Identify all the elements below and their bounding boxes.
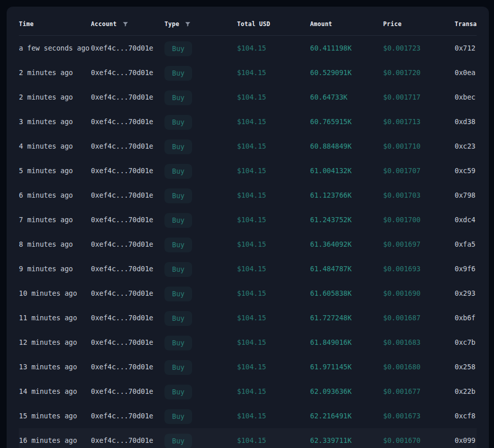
transaction-link[interactable]: 0x9f6 [455,256,477,281]
price-cell: $0.001723 [383,36,455,60]
total-usd-cell: $104.15 [237,109,310,134]
column-header-label: Transaction [455,20,477,28]
account-link[interactable]: 0xef4c...70d01e [91,281,164,305]
price-cell: $0.001710 [383,134,455,158]
account-link[interactable]: 0xef4c...70d01e [91,404,164,428]
transaction-link[interactable]: 0xc59 [455,158,477,183]
total-usd-cell: $104.15 [237,330,310,355]
transaction-link[interactable]: 0xdc4 [455,207,477,232]
total-usd-cell: $104.15 [237,36,310,60]
transaction-link[interactable]: 0x293 [455,281,477,305]
account-link[interactable]: 0xef4c...70d01e [91,232,164,256]
total-usd-cell: $104.15 [237,379,310,404]
time-cell: 8 minutes ago [19,232,91,256]
transaction-link[interactable]: 0xb6f [455,305,477,330]
table-row: 7 minutes ago 0xef4c...70d01e Buy $104.1… [19,207,477,232]
account-link[interactable]: 0xef4c...70d01e [91,305,164,330]
price-cell: $0.001700 [383,207,455,232]
total-usd-cell: $104.15 [237,60,310,85]
trades-panel: Time Account Type Total USD Amount Price [7,7,489,448]
account-link[interactable]: 0xef4c...70d01e [91,60,164,85]
transaction-link[interactable]: 0xc23 [455,134,477,158]
amount-cell: 60.411198K [310,36,383,60]
account-link[interactable]: 0xef4c...70d01e [91,207,164,232]
price-cell: $0.001697 [383,232,455,256]
price-cell: $0.001703 [383,183,455,207]
column-header-label: Price [383,20,402,28]
account-link[interactable]: 0xef4c...70d01e [91,158,164,183]
account-link[interactable]: 0xef4c...70d01e [91,256,164,281]
amount-cell: 62.216491K [310,404,383,428]
total-usd-cell: $104.15 [237,207,310,232]
table-header-row: Time Account Type Total USD Amount Price [19,13,477,36]
account-link[interactable]: 0xef4c...70d01e [91,85,164,109]
transaction-link[interactable]: 0x798 [455,183,477,207]
transaction-link[interactable]: 0x099 [455,428,477,448]
transaction-link[interactable]: 0xbec [455,85,477,109]
time-cell: 14 minutes ago [19,379,91,404]
account-link[interactable]: 0xef4c...70d01e [91,355,164,379]
filter-icon[interactable] [184,21,191,28]
price-cell: $0.001687 [383,305,455,330]
time-cell: 16 minutes ago [19,428,91,448]
table-row: 2 minutes ago 0xef4c...70d01e Buy $104.1… [19,85,477,109]
column-header-label: Total USD [237,20,270,28]
total-usd-cell: $104.15 [237,183,310,207]
transaction-link[interactable]: 0x22b [455,379,477,404]
account-link[interactable]: 0xef4c...70d01e [91,36,164,60]
column-header-amount: Amount [310,20,383,28]
price-cell: $0.001683 [383,330,455,355]
amount-cell: 61.605838K [310,281,383,305]
trade-type-badge: Buy [164,262,192,277]
trade-type-badge: Buy [164,164,192,179]
transaction-link[interactable]: 0xd38 [455,109,477,134]
price-cell: $0.001707 [383,158,455,183]
trade-type-badge: Buy [164,336,192,350]
transaction-link[interactable]: 0xc7b [455,330,477,355]
account-link[interactable]: 0xef4c...70d01e [91,109,164,134]
account-link[interactable]: 0xef4c...70d01e [91,330,164,355]
amount-cell: 62.339711K [310,428,383,448]
table-row: 13 minutes ago 0xef4c...70d01e Buy $104.… [19,355,477,379]
trade-type-badge: Buy [164,311,192,326]
table-row: 12 minutes ago 0xef4c...70d01e Buy $104.… [19,330,477,355]
amount-cell: 62.093636K [310,379,383,404]
trade-type-badge: Buy [164,434,192,448]
table-row: 4 minutes ago 0xef4c...70d01e Buy $104.1… [19,134,477,158]
amount-cell: 61.484787K [310,256,383,281]
transaction-link[interactable]: 0xfa5 [455,232,477,256]
table-row: 9 minutes ago 0xef4c...70d01e Buy $104.1… [19,256,477,281]
trade-type-badge: Buy [164,66,192,81]
amount-cell: 61.849016K [310,330,383,355]
column-header-total_usd: Total USD [237,20,310,28]
amount-cell: 60.64733K [310,85,383,109]
column-header-account[interactable]: Account [91,20,164,28]
price-cell: $0.001713 [383,109,455,134]
trade-type-badge: Buy [164,41,192,56]
table-body: a few seconds ago 0xef4c...70d01e Buy $1… [19,36,477,448]
transaction-link[interactable]: 0x0ea [455,60,477,85]
table-row: 2 minutes ago 0xef4c...70d01e Buy $104.1… [19,60,477,85]
transaction-link[interactable]: 0x258 [455,355,477,379]
trade-type-badge: Buy [164,287,192,301]
column-header-type[interactable]: Type [164,20,237,28]
account-link[interactable]: 0xef4c...70d01e [91,428,164,448]
account-link[interactable]: 0xef4c...70d01e [91,379,164,404]
time-cell: 11 minutes ago [19,305,91,330]
filter-icon[interactable] [122,21,129,28]
account-link[interactable]: 0xef4c...70d01e [91,183,164,207]
column-header-time: Time [19,20,91,28]
column-header-label: Account [91,20,117,28]
transaction-link[interactable]: 0xcf8 [455,404,477,428]
transaction-link[interactable]: 0x712 [455,36,477,60]
column-header-label: Type [164,20,179,28]
trade-type-badge: Buy [164,238,192,252]
time-cell: 10 minutes ago [19,281,91,305]
time-cell: 9 minutes ago [19,256,91,281]
price-cell: $0.001720 [383,60,455,85]
trade-type-badge: Buy [164,188,192,203]
price-cell: $0.001677 [383,379,455,404]
total-usd-cell: $104.15 [237,404,310,428]
account-link[interactable]: 0xef4c...70d01e [91,134,164,158]
amount-cell: 61.727248K [310,305,383,330]
